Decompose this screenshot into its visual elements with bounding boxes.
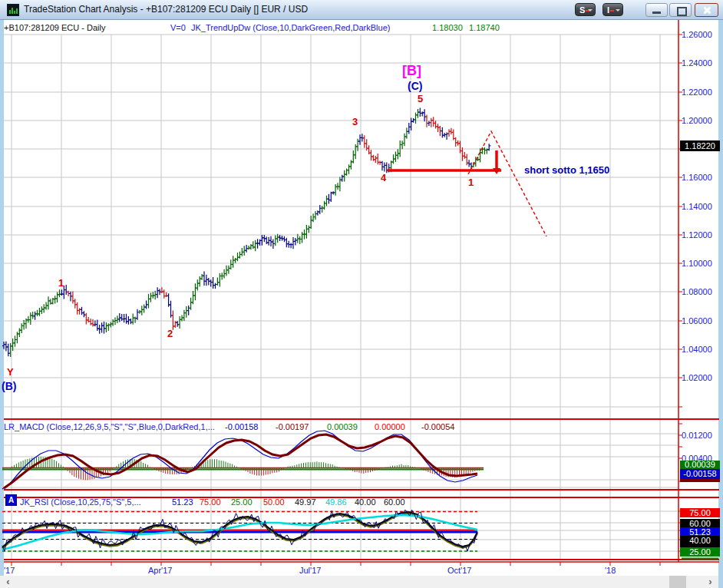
macd-hist-badge: 0.00039 bbox=[680, 461, 720, 469]
x-axis-label-17: '17 bbox=[4, 566, 15, 575]
macd-axis-label: 0.01200 bbox=[682, 431, 712, 440]
price-axis-label: 1.08000 bbox=[682, 287, 712, 296]
rsi-value-os: 25.00 bbox=[231, 497, 253, 507]
price-axis-label: 1.20000 bbox=[682, 116, 712, 125]
rsi-value-slow: 49.97 bbox=[295, 497, 316, 507]
macd-value-signal: -0.00197 bbox=[276, 422, 309, 431]
rsi-value-mid: 50.00 bbox=[263, 497, 285, 507]
price-axis-label: 1.04000 bbox=[682, 345, 712, 354]
short-note[interactable]: short sotto 1,1650 bbox=[524, 164, 609, 176]
macd-value-badge: -0.00158 bbox=[680, 469, 720, 479]
price-axis-label: 1.22000 bbox=[682, 88, 712, 97]
macd-value-5: -0.00054 bbox=[421, 422, 454, 431]
projection-line bbox=[468, 131, 546, 236]
tradestation-window: TradeStation Chart Analysis - +B107:2812… bbox=[0, 0, 723, 588]
wave-label-Y[interactable]: Y bbox=[7, 366, 14, 378]
rsi-indicator-label[interactable]: JK_RSI (Close,10,25,75,"S",5,... bbox=[20, 497, 141, 507]
horizontal-scrollbar[interactable]: ‹ › bbox=[0, 576, 718, 588]
wave-label-1[interactable]: 1 bbox=[58, 277, 64, 289]
rsi-panel-icon[interactable]: A bbox=[5, 494, 17, 506]
macd-signal-badge-sliver bbox=[680, 479, 720, 482]
x-axis-label-oct17: Oct'17 bbox=[447, 566, 471, 575]
x-axis-label-18: '18 bbox=[605, 566, 616, 575]
x-axis-label-jul17: Jul'17 bbox=[299, 566, 321, 575]
rsi-badge-40: 40.00 bbox=[680, 536, 720, 545]
wave-label-4[interactable]: 4 bbox=[381, 172, 386, 183]
price-axis-label: 1.16000 bbox=[682, 173, 712, 182]
wave-label-B-paren[interactable]: (B) bbox=[2, 380, 16, 392]
rsi-badge-25: 25.00 bbox=[680, 547, 720, 557]
price-axis-label: 1.02000 bbox=[682, 373, 712, 382]
price-axis-label: 1.12000 bbox=[682, 230, 712, 239]
scroll-right-icon[interactable]: › bbox=[704, 576, 717, 588]
price-axis-label: 1.26000 bbox=[682, 30, 712, 39]
rsi-badge-75: 75.00 bbox=[680, 508, 720, 517]
rsi-value-60: 60.00 bbox=[384, 497, 405, 507]
rsi-value-current: 51.23 bbox=[172, 497, 193, 507]
price-axis-label: 1.06000 bbox=[682, 316, 712, 325]
scroll-thumb[interactable] bbox=[669, 576, 686, 588]
wave-label-5[interactable]: 5 bbox=[418, 93, 423, 104]
macd-indicator-label[interactable]: LR_MACD (Close,12,26,9,5,"S","S",Blue,0,… bbox=[4, 422, 215, 431]
wave-label-B-bracket[interactable]: [B] bbox=[402, 63, 421, 79]
price-axis-label: 1.10000 bbox=[682, 259, 712, 268]
rsi-value-ob: 75.00 bbox=[200, 497, 221, 507]
wave-label-2[interactable]: 2 bbox=[167, 328, 173, 339]
last-price-badge: 1.18220 bbox=[680, 140, 720, 151]
wave-label-1-down[interactable]: 1 bbox=[468, 177, 474, 188]
rsi-value-40: 40.00 bbox=[355, 497, 376, 507]
wave-label-C[interactable]: (C) bbox=[408, 80, 422, 92]
macd-value-hist: 0.00039 bbox=[327, 422, 358, 431]
price-axis-label: 1.24000 bbox=[682, 58, 712, 68]
macd-value-macd: -0.00158 bbox=[225, 422, 258, 431]
price-axis-label: 1.14000 bbox=[682, 202, 712, 211]
x-axis-label-apr17: Apr'17 bbox=[148, 566, 172, 575]
rsi-value-smooth: 49.86 bbox=[325, 497, 347, 507]
scroll-left-icon[interactable]: ‹ bbox=[2, 576, 15, 588]
wave-label-3[interactable]: 3 bbox=[352, 116, 358, 127]
macd-value-zero: 0.00000 bbox=[375, 422, 405, 431]
